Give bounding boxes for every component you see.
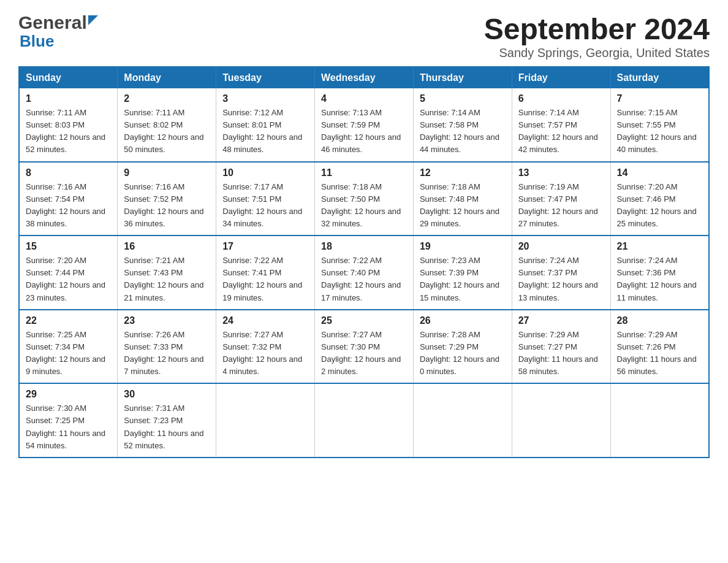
day-number: 4 xyxy=(321,93,407,104)
day-info: Sunrise: 7:18 AMSunset: 7:48 PMDaylight:… xyxy=(420,181,506,231)
day-number: 16 xyxy=(124,241,210,252)
day-info: Sunrise: 7:22 AMSunset: 7:41 PMDaylight:… xyxy=(222,255,308,304)
day-info: Sunrise: 7:24 AMSunset: 7:37 PMDaylight:… xyxy=(518,255,604,304)
calendar-day-cell: 4 Sunrise: 7:13 AMSunset: 7:59 PMDayligh… xyxy=(315,88,414,162)
calendar-day-cell: 14 Sunrise: 7:20 AMSunset: 7:46 PMDaylig… xyxy=(610,162,709,236)
day-number: 14 xyxy=(617,167,702,178)
day-number: 30 xyxy=(124,389,210,400)
calendar-week-row: 15 Sunrise: 7:20 AMSunset: 7:44 PMDaylig… xyxy=(19,236,709,310)
day-info: Sunrise: 7:28 AMSunset: 7:29 PMDaylight:… xyxy=(420,329,506,378)
day-info: Sunrise: 7:19 AMSunset: 7:47 PMDaylight:… xyxy=(518,181,604,231)
calendar-day-cell: 5 Sunrise: 7:14 AMSunset: 7:58 PMDayligh… xyxy=(413,88,512,162)
day-info: Sunrise: 7:18 AMSunset: 7:50 PMDaylight:… xyxy=(321,181,407,231)
day-info: Sunrise: 7:11 AMSunset: 8:02 PMDaylight:… xyxy=(124,107,210,156)
calendar-day-cell: 6 Sunrise: 7:14 AMSunset: 7:57 PMDayligh… xyxy=(512,88,610,162)
day-number: 26 xyxy=(420,315,506,326)
day-of-week-header: Friday xyxy=(512,67,610,88)
calendar-day-cell: 18 Sunrise: 7:22 AMSunset: 7:40 PMDaylig… xyxy=(315,236,414,310)
day-info: Sunrise: 7:20 AMSunset: 7:44 PMDaylight:… xyxy=(26,255,111,304)
calendar-day-cell: 9 Sunrise: 7:16 AMSunset: 7:52 PMDayligh… xyxy=(118,162,216,236)
calendar-day-cell: 12 Sunrise: 7:18 AMSunset: 7:48 PMDaylig… xyxy=(413,162,512,236)
day-info: Sunrise: 7:11 AMSunset: 8:03 PMDaylight:… xyxy=(26,107,111,156)
logo: General Blue xyxy=(18,12,98,51)
calendar-day-cell: 19 Sunrise: 7:23 AMSunset: 7:39 PMDaylig… xyxy=(413,236,512,310)
day-info: Sunrise: 7:23 AMSunset: 7:39 PMDaylight:… xyxy=(420,255,506,304)
calendar-day-cell xyxy=(413,383,512,458)
day-number: 28 xyxy=(617,315,702,326)
day-info: Sunrise: 7:31 AMSunset: 7:23 PMDaylight:… xyxy=(124,402,210,452)
day-info: Sunrise: 7:26 AMSunset: 7:33 PMDaylight:… xyxy=(124,329,210,378)
day-number: 5 xyxy=(420,93,506,104)
calendar-day-cell: 21 Sunrise: 7:24 AMSunset: 7:36 PMDaylig… xyxy=(610,236,709,310)
day-info: Sunrise: 7:27 AMSunset: 7:30 PMDaylight:… xyxy=(321,329,407,378)
calendar-day-cell: 3 Sunrise: 7:12 AMSunset: 8:01 PMDayligh… xyxy=(216,88,315,162)
location-subtitle: Sandy Springs, Georgia, United States xyxy=(484,46,710,60)
day-of-week-header: Saturday xyxy=(610,67,709,88)
calendar-day-cell: 23 Sunrise: 7:26 AMSunset: 7:33 PMDaylig… xyxy=(118,310,216,384)
calendar-week-row: 8 Sunrise: 7:16 AMSunset: 7:54 PMDayligh… xyxy=(19,162,709,236)
day-number: 29 xyxy=(26,389,111,400)
day-info: Sunrise: 7:29 AMSunset: 7:26 PMDaylight:… xyxy=(617,329,702,378)
logo-blue-text: Blue xyxy=(18,32,54,51)
calendar-day-cell: 20 Sunrise: 7:24 AMSunset: 7:37 PMDaylig… xyxy=(512,236,610,310)
day-number: 6 xyxy=(518,93,604,104)
calendar-day-cell: 8 Sunrise: 7:16 AMSunset: 7:54 PMDayligh… xyxy=(19,162,118,236)
day-info: Sunrise: 7:14 AMSunset: 7:58 PMDaylight:… xyxy=(420,107,506,156)
day-info: Sunrise: 7:16 AMSunset: 7:54 PMDaylight:… xyxy=(26,181,111,231)
calendar-day-cell xyxy=(512,383,610,458)
month-year-title: September 2024 xyxy=(484,12,710,46)
calendar-day-cell: 10 Sunrise: 7:17 AMSunset: 7:51 PMDaylig… xyxy=(216,162,315,236)
page-header: General Blue September 2024 Sandy Spring… xyxy=(18,12,710,60)
calendar-day-cell: 29 Sunrise: 7:30 AMSunset: 7:25 PMDaylig… xyxy=(19,383,118,458)
day-info: Sunrise: 7:14 AMSunset: 7:57 PMDaylight:… xyxy=(518,107,604,156)
day-number: 1 xyxy=(26,93,111,104)
calendar-day-cell: 11 Sunrise: 7:18 AMSunset: 7:50 PMDaylig… xyxy=(315,162,414,236)
day-number: 10 xyxy=(222,167,308,178)
day-number: 13 xyxy=(518,167,604,178)
calendar-day-cell: 27 Sunrise: 7:29 AMSunset: 7:27 PMDaylig… xyxy=(512,310,610,384)
day-number: 12 xyxy=(420,167,506,178)
day-of-week-header: Thursday xyxy=(413,67,512,88)
day-info: Sunrise: 7:15 AMSunset: 7:55 PMDaylight:… xyxy=(617,107,702,156)
calendar-day-cell: 24 Sunrise: 7:27 AMSunset: 7:32 PMDaylig… xyxy=(216,310,315,384)
day-number: 11 xyxy=(321,167,407,178)
day-number: 17 xyxy=(222,241,308,252)
calendar-day-cell xyxy=(610,383,709,458)
day-info: Sunrise: 7:25 AMSunset: 7:34 PMDaylight:… xyxy=(26,329,111,378)
calendar-table: SundayMondayTuesdayWednesdayThursdayFrid… xyxy=(18,66,710,458)
day-number: 19 xyxy=(420,241,506,252)
day-number: 9 xyxy=(124,167,210,178)
calendar-week-row: 29 Sunrise: 7:30 AMSunset: 7:25 PMDaylig… xyxy=(19,383,709,458)
day-info: Sunrise: 7:17 AMSunset: 7:51 PMDaylight:… xyxy=(222,181,308,231)
day-of-week-header: Wednesday xyxy=(315,67,414,88)
calendar-day-cell: 25 Sunrise: 7:27 AMSunset: 7:30 PMDaylig… xyxy=(315,310,414,384)
calendar-day-cell: 26 Sunrise: 7:28 AMSunset: 7:29 PMDaylig… xyxy=(413,310,512,384)
day-number: 27 xyxy=(518,315,604,326)
day-number: 24 xyxy=(222,315,308,326)
day-info: Sunrise: 7:27 AMSunset: 7:32 PMDaylight:… xyxy=(222,329,308,378)
day-info: Sunrise: 7:30 AMSunset: 7:25 PMDaylight:… xyxy=(26,402,111,452)
calendar-day-cell: 22 Sunrise: 7:25 AMSunset: 7:34 PMDaylig… xyxy=(19,310,118,384)
logo-triangle-icon xyxy=(88,15,98,25)
day-info: Sunrise: 7:20 AMSunset: 7:46 PMDaylight:… xyxy=(617,181,702,231)
calendar-day-cell: 16 Sunrise: 7:21 AMSunset: 7:43 PMDaylig… xyxy=(118,236,216,310)
day-number: 2 xyxy=(124,93,210,104)
calendar-day-cell xyxy=(315,383,414,458)
calendar-day-cell: 7 Sunrise: 7:15 AMSunset: 7:55 PMDayligh… xyxy=(610,88,709,162)
day-number: 18 xyxy=(321,241,407,252)
day-number: 21 xyxy=(617,241,702,252)
day-info: Sunrise: 7:13 AMSunset: 7:59 PMDaylight:… xyxy=(321,107,407,156)
day-number: 15 xyxy=(26,241,111,252)
day-info: Sunrise: 7:12 AMSunset: 8:01 PMDaylight:… xyxy=(222,107,308,156)
day-info: Sunrise: 7:29 AMSunset: 7:27 PMDaylight:… xyxy=(518,329,604,378)
calendar-day-cell: 30 Sunrise: 7:31 AMSunset: 7:23 PMDaylig… xyxy=(118,383,216,458)
day-of-week-header: Tuesday xyxy=(216,67,315,88)
calendar-week-row: 22 Sunrise: 7:25 AMSunset: 7:34 PMDaylig… xyxy=(19,310,709,384)
day-of-week-header: Monday xyxy=(118,67,216,88)
day-info: Sunrise: 7:21 AMSunset: 7:43 PMDaylight:… xyxy=(124,255,210,304)
day-number: 25 xyxy=(321,315,407,326)
day-number: 23 xyxy=(124,315,210,326)
calendar-day-cell: 1 Sunrise: 7:11 AMSunset: 8:03 PMDayligh… xyxy=(19,88,118,162)
title-block: September 2024 Sandy Springs, Georgia, U… xyxy=(484,12,710,60)
calendar-day-cell: 17 Sunrise: 7:22 AMSunset: 7:41 PMDaylig… xyxy=(216,236,315,310)
